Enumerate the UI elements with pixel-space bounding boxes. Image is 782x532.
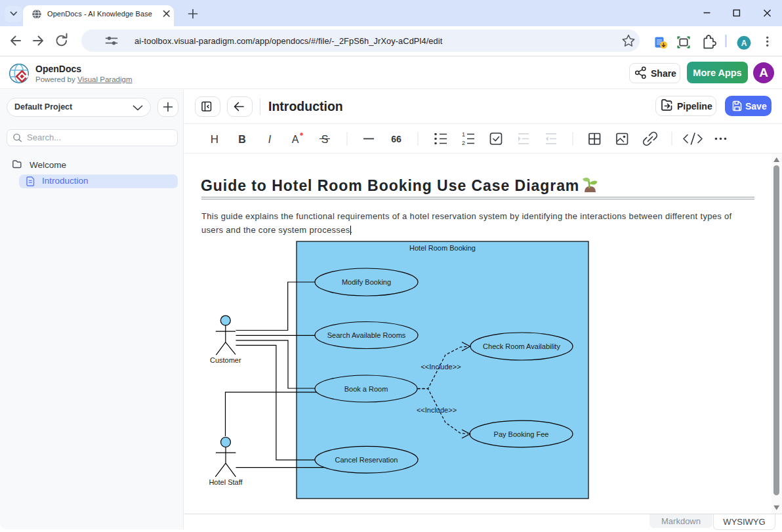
svg-text:1: 1 [462, 131, 465, 138]
svg-text:2: 2 [462, 140, 465, 146]
svg-text:B: B [238, 134, 246, 145]
svg-text:I: I [268, 134, 272, 145]
svg-text:66: 66 [391, 134, 401, 144]
svg-text:A: A [741, 39, 747, 48]
svg-text:A: A [292, 134, 299, 145]
svg-text:S: S [321, 134, 329, 145]
svg-text:H: H [211, 133, 218, 146]
